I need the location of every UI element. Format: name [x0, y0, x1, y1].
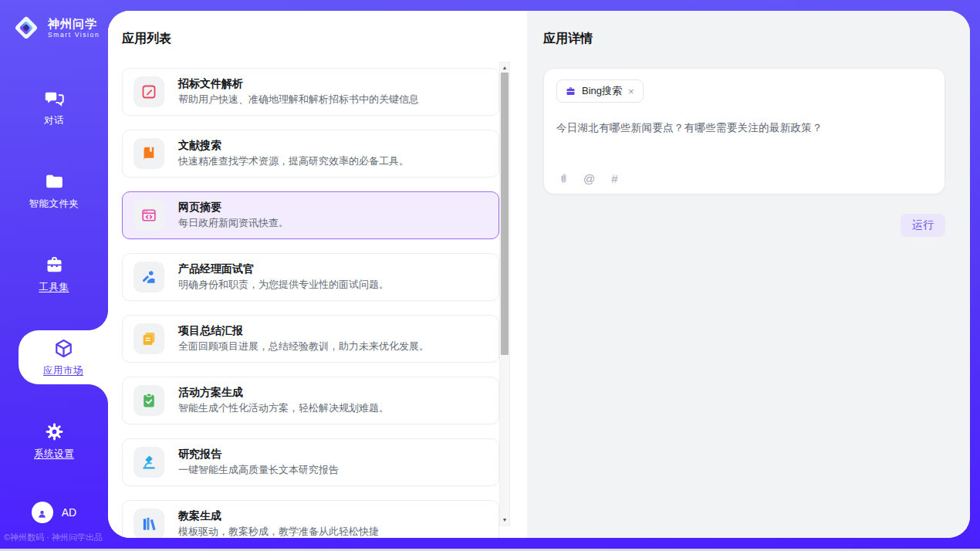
app-card-description: 智能生成个性化活动方案，轻松解决规划难题。: [178, 401, 389, 415]
copyright-footer: ©神州数码 · 神州问学出品: [4, 532, 103, 543]
tool-chip-bing-search[interactable]: Bing搜索 ×: [556, 79, 644, 103]
sidebar-item-label: 智能文件夹: [29, 198, 79, 211]
app-card-1[interactable]: 招标文件解析帮助用户快速、准确地理解和解析招标书中的关键信息: [122, 68, 499, 116]
app-card-title: 教案生成: [178, 509, 379, 523]
folder-icon: [44, 171, 65, 192]
paperclip-icon[interactable]: [557, 172, 570, 185]
app-card-description: 帮助用户快速、准确地理解和解析招标书中的关键信息: [178, 93, 419, 106]
sidebar-item-label: 工具集: [39, 281, 69, 294]
app-card-description: 快速精准查找学术资源，提高研究效率的必备工具。: [178, 154, 409, 168]
scrollbar[interactable]: ▲ ▼: [499, 62, 510, 526]
sidebar-item-label: 系统设置: [34, 448, 74, 461]
app-card-description: 一键智能生成高质量长文本研究报告: [178, 463, 339, 477]
sidebar-item-label: 应用市场: [43, 364, 83, 377]
briefcase-icon: [565, 86, 576, 97]
app-card-title: 项目总结汇报: [178, 324, 429, 338]
run-button[interactable]: 运行: [901, 214, 945, 237]
edit-document-icon: [133, 76, 164, 107]
chip-close-icon[interactable]: ×: [627, 86, 635, 96]
tool-chip-label: Bing搜索: [582, 84, 622, 98]
logo-subtitle: Smart Vision: [48, 31, 100, 39]
sidebar-item-label: 对话: [44, 114, 64, 127]
app-card-title: 网页摘要: [178, 201, 289, 215]
cube-icon: [53, 338, 74, 359]
app-card-title: 产品经理面试官: [178, 262, 389, 276]
prompt-input[interactable]: 今日湖北有哪些新闻要点？有哪些需要关注的最新政策？: [556, 121, 932, 135]
user-initials: AD: [62, 506, 76, 519]
app-detail-panel: 应用详情 Bing搜索 × 今日湖北有哪些新闻要点？有哪些需要关注的最新政策？ …: [527, 11, 970, 538]
app-card-5[interactable]: 项目总结汇报全面回顾项目进展，总结经验教训，助力未来优化发展。: [122, 315, 499, 363]
chat-icon: [44, 88, 65, 109]
gear-icon: [44, 421, 65, 442]
app-card-4[interactable]: 产品经理面试官明确身份和职责，为您提供专业性的面试问题。: [122, 253, 499, 301]
sidebar-item-1[interactable]: 对话: [0, 82, 108, 133]
logo-title: 神州问学: [48, 17, 100, 30]
app-card-list: 招标文件解析帮助用户快速、准确地理解和解析招标书中的关键信息文献搜索快速精准查找…: [122, 68, 527, 538]
app-card-description: 模板驱动，教案秒成，教学准备从此轻松快捷: [178, 525, 379, 538]
app-list-panel: 应用列表 招标文件解析帮助用户快速、准确地理解和解析招标书中的关键信息文献搜索快…: [108, 11, 527, 538]
app-list-title: 应用列表: [122, 31, 527, 47]
toolbox-icon: [44, 255, 65, 276]
browser-code-icon: [133, 200, 164, 231]
app-card-title: 活动方案生成: [178, 386, 389, 400]
prompt-card: Bing搜索 × 今日湖北有哪些新闻要点？有哪些需要关注的最新政策？ @ #: [543, 68, 945, 194]
sidebar-nav: 对话智能文件夹工具集应用市场系统设置: [0, 82, 108, 466]
app-card-description: 每日政府新闻资讯快查。: [178, 216, 289, 230]
scrollbar-thumb[interactable]: [501, 73, 509, 355]
run-button-row: 运行: [543, 214, 945, 237]
sidebar: 神州问学 Smart Vision 对话智能文件夹工具集应用市场系统设置 AD …: [0, 0, 108, 551]
app-detail-title: 应用详情: [543, 31, 970, 47]
sidebar-item-4[interactable]: 应用市场: [19, 330, 108, 384]
notes-icon: [133, 323, 164, 354]
scroll-up-arrow-icon[interactable]: ▲: [500, 63, 509, 73]
clipboard-check-icon: [133, 385, 164, 416]
app-card-6[interactable]: 活动方案生成智能生成个性化活动方案，轻松解决规划难题。: [122, 377, 499, 424]
prompt-toolbar: @ #: [557, 172, 621, 185]
hash-icon[interactable]: #: [608, 172, 621, 185]
user-account[interactable]: AD: [0, 502, 108, 523]
app-card-7[interactable]: 研究报告一键智能生成高质量长文本研究报告: [122, 438, 499, 486]
book-icon: [133, 138, 164, 169]
app-card-3[interactable]: 网页摘要每日政府新闻资讯快查。: [122, 191, 499, 239]
interviewer-icon: [133, 262, 164, 292]
scroll-down-arrow-icon[interactable]: ▼: [500, 516, 509, 525]
app-card-8[interactable]: 教案生成模板驱动，教案秒成，教学准备从此轻松快捷: [122, 500, 499, 538]
app-card-description: 明确身份和职责，为您提供专业性的面试问题。: [178, 278, 389, 292]
app-card-description: 全面回顾项目进展，总结经验教训，助力未来优化发展。: [178, 340, 429, 353]
sidebar-item-5[interactable]: 系统设置: [0, 415, 108, 466]
sidebar-item-3[interactable]: 工具集: [0, 248, 108, 299]
person-icon: [36, 507, 48, 519]
app-card-title: 研究报告: [178, 448, 339, 461]
app-card-title: 招标文件解析: [178, 77, 419, 91]
app-logo: 神州问学 Smart Vision: [0, 0, 108, 43]
main-content: 应用列表 招标文件解析帮助用户快速、准确地理解和解析招标书中的关键信息文献搜索快…: [108, 11, 970, 538]
sidebar-item-2[interactable]: 智能文件夹: [0, 165, 108, 216]
app-card-title: 文献搜索: [178, 139, 409, 153]
microscope-icon: [133, 447, 164, 478]
avatar: [32, 502, 53, 523]
app-card-2[interactable]: 文献搜索快速精准查找学术资源，提高研究效率的必备工具。: [122, 130, 499, 177]
logo-diamond-icon: [11, 12, 42, 43]
books-icon: [133, 509, 164, 538]
at-icon[interactable]: @: [583, 172, 596, 185]
